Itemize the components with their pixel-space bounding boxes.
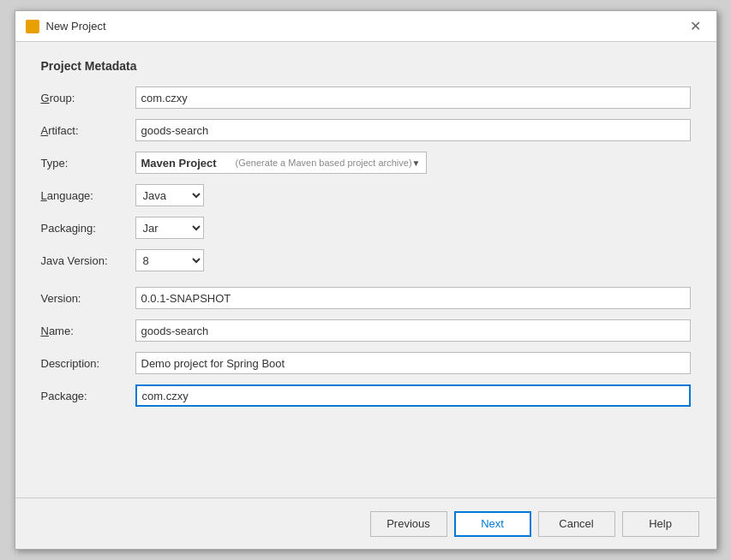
type-hint: (Generate a Maven based project archive) (236, 158, 412, 168)
dialog-title: New Project (46, 20, 106, 33)
new-project-dialog: New Project ✕ Project Metadata Group: Ar… (15, 10, 717, 550)
type-dropdown-arrow: ▼ (412, 158, 421, 168)
section-title: Project Metadata (41, 59, 691, 73)
package-row: Package: (41, 384, 691, 407)
type-select[interactable]: Maven Project (Generate a Maven based pr… (135, 152, 427, 174)
group-row: Group: (41, 86, 691, 109)
language-row: Language: Java Kotlin Groovy (41, 184, 691, 206)
name-row: Name: (41, 319, 691, 342)
version-row: Version: (41, 287, 691, 309)
artifact-label: Artifact: (41, 124, 135, 137)
artifact-input[interactable] (135, 119, 691, 141)
java-version-select[interactable]: 8 11 16 17 (135, 249, 204, 271)
packaging-row: Packaging: Jar War (41, 217, 691, 239)
dialog-footer: Previous Next Cancel Help (15, 497, 716, 549)
artifact-row: Artifact: (41, 119, 691, 141)
package-label: Package: (41, 390, 135, 402)
java-version-row: Java Version: 8 11 16 17 (41, 249, 691, 271)
name-label: Name: (41, 325, 135, 337)
description-label: Description: (41, 357, 135, 370)
package-input[interactable] (135, 384, 691, 407)
language-select[interactable]: Java Kotlin Groovy (135, 184, 204, 206)
help-button[interactable]: Help (622, 511, 699, 537)
language-label: Language: (41, 189, 135, 202)
dialog-body: Project Metadata Group: Artifact: Type: … (15, 42, 716, 497)
previous-button[interactable]: Previous (370, 511, 447, 537)
description-input[interactable] (135, 352, 691, 374)
title-bar-left: New Project (26, 20, 106, 33)
title-bar: New Project ✕ (15, 11, 716, 42)
group-label: Group: (41, 92, 135, 104)
name-input[interactable] (135, 319, 691, 342)
version-label: Version: (41, 292, 135, 305)
type-value: Maven Project (141, 157, 232, 170)
close-button[interactable]: ✕ (685, 18, 706, 35)
next-button[interactable]: Next (454, 511, 531, 537)
packaging-label: Packaging: (41, 222, 135, 235)
type-label: Type: (41, 157, 135, 170)
svg-rect-2 (32, 23, 33, 30)
java-version-label: Java Version: (41, 254, 135, 267)
type-row: Type: Maven Project (Generate a Maven ba… (41, 152, 691, 174)
cancel-button[interactable]: Cancel (538, 511, 615, 537)
description-row: Description: (41, 352, 691, 374)
group-input[interactable] (135, 86, 691, 109)
packaging-select[interactable]: Jar War (135, 217, 204, 239)
version-input[interactable] (135, 287, 691, 309)
dialog-icon (26, 20, 39, 33)
